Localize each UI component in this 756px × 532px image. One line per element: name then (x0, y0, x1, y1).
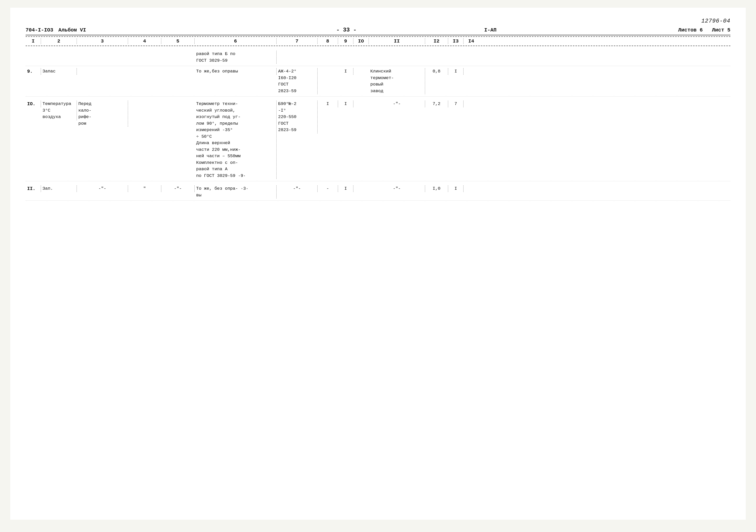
page-container: 12796-04 704-I-IO3 Альбом VI - 33 - I-АП… (10, 8, 746, 520)
row-9-col13: I (448, 68, 464, 75)
row-9-col9: I (338, 68, 353, 75)
row-10-col13: 7 (448, 101, 464, 107)
row-11-col8: - (317, 185, 338, 192)
series-label: I-АП (442, 27, 538, 33)
intro-row: равой типа Б по ГОСТ 3029-59 (26, 49, 730, 66)
row-10-col7: Б90°№-2 -I° 220-550 ГОСТ 2823-59 (277, 101, 317, 133)
row-11-col11: -"- (369, 185, 425, 192)
row-10-col2: Температура 3°С воздуха (41, 101, 77, 120)
col-header-5: 5 (161, 39, 195, 44)
table-row-10: IO. Температура 3°С воздуха Перед кало- … (26, 96, 730, 181)
row-9-col11: Клинский термомет- ровый завод (369, 68, 425, 94)
row-11-col2: Зап. (41, 185, 77, 192)
row-11-col5: -"- (161, 185, 195, 192)
row-11-col13: I (448, 185, 464, 192)
col-header-13: I3 (448, 39, 464, 44)
col-header-9: 9 (338, 39, 353, 44)
row-11-col6: То же, без опра- ·3· вы (195, 185, 277, 199)
header-row: 704-I-IO3 Альбом VI - 33 - I-АП Листов 6… (26, 27, 730, 35)
col-header-6: 6 (195, 39, 277, 44)
col-header-7: 7 (277, 39, 317, 44)
doc-number: 12796-04 (26, 18, 730, 24)
row-10-col8: I (317, 101, 338, 107)
row-10-col6: Термометр техни- ческий угловой, изогнут… (195, 101, 277, 179)
doc-id: 704-I-IO3 (26, 27, 53, 33)
col-header-3: 3 (77, 39, 128, 44)
row-10-col9: I (338, 101, 353, 107)
page-number: - 33 - (251, 27, 443, 33)
row-10-col3: Перед кало- рифе- ром (77, 101, 128, 127)
row-9-col7: АЖ-4-2° I60-I20 ГОСТ 2823-59 (277, 68, 317, 94)
row-10-col12: 7,2 (425, 101, 448, 107)
row-11-col7: -"- (277, 185, 317, 192)
row-9-col6: То же,без оправы (195, 68, 277, 75)
row-9-num: 9. (26, 68, 41, 75)
row-11-col4: " (128, 185, 161, 192)
sheets-label: Листов 6 Лист 5 (538, 27, 730, 33)
col-header-2: 2 (41, 39, 77, 44)
row-11-col12: I,0 (425, 185, 448, 192)
intro-text: равой типа Б по ГОСТ 3029-59 (195, 51, 277, 64)
row-10-col11: -"- (369, 101, 425, 107)
col-header-4: 4 (128, 39, 161, 44)
row-11-col3: -"- (77, 185, 128, 192)
album-label: Альбом VI (58, 27, 251, 33)
row-9-col2: Запас (41, 68, 77, 75)
row-11-col9: I (338, 185, 353, 192)
col-header-8: 8 (317, 39, 338, 44)
row-10-num: IO. (26, 101, 41, 107)
row-11-num: II. (26, 185, 41, 192)
col-header-14: I4 (464, 39, 479, 44)
table-row-9: 9. Запас То же,без оправы АЖ-4-2° I60-I2… (26, 66, 730, 96)
col-header-12: I2 (425, 39, 448, 44)
col-header-11: II (369, 39, 425, 44)
table-row-11: II. Зап. -"- " -"- То же, без опра- ·3· … (26, 181, 730, 201)
data-rows: равой типа Б по ГОСТ 3029-59 9. Запас То… (26, 49, 730, 201)
col-header-10: IO (353, 39, 369, 44)
row-9-col12: 0,8 (425, 68, 448, 75)
column-header-row: I 2 3 4 5 6 7 8 9 IO II I2 I3 I4 (26, 36, 730, 46)
col-header-1: I (26, 39, 41, 44)
